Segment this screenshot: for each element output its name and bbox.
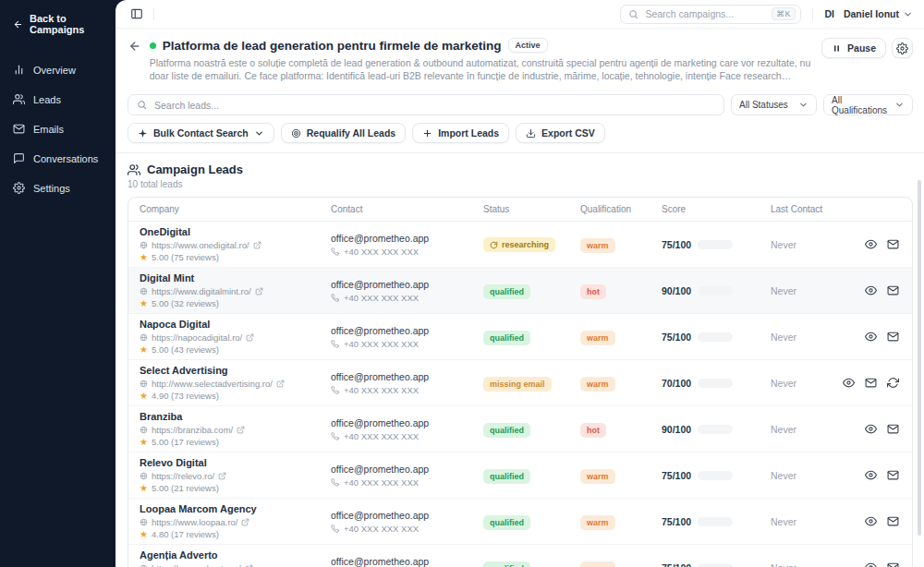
- company-rating: 5.00 (32 reviews): [152, 298, 219, 308]
- top-bar-right: ⌘K DI Daniel Ionut: [620, 5, 913, 24]
- table-row[interactable]: OneDigital https://www.onedigital.ro/ ★5…: [128, 222, 912, 268]
- sidebar-toggle-button[interactable]: [128, 5, 146, 23]
- view-lead-icon[interactable]: [865, 561, 877, 567]
- external-link-icon[interactable]: [237, 426, 245, 434]
- company-url[interactable]: https://www.digitalmint.ro/: [152, 286, 251, 296]
- table-row[interactable]: Branziba https://branziba.com/ ★5.00 (17…: [128, 406, 912, 452]
- contact-phone: +40 XXX XXX XXX: [344, 524, 419, 534]
- view-lead-icon[interactable]: [865, 284, 877, 296]
- phone-icon: [331, 294, 339, 302]
- phone-icon: [331, 432, 339, 440]
- star-icon: ★: [140, 392, 148, 401]
- external-link-icon[interactable]: [241, 518, 249, 526]
- users-icon: [128, 163, 140, 176]
- contact-phone: +40 XXX XXX XXX: [344, 477, 419, 488]
- score-bar: [698, 563, 733, 567]
- qualification-filter-value: All Qualifications: [832, 95, 887, 115]
- table-row[interactable]: Select Advertising http://www.selectadve…: [128, 360, 912, 406]
- qualification-filter-select[interactable]: All Qualifications: [823, 94, 913, 115]
- score-value: 70/100: [662, 378, 691, 389]
- email-lead-icon[interactable]: [865, 377, 877, 389]
- sidebar-item-leads[interactable]: Leads: [11, 89, 104, 110]
- sidebar-item-emails[interactable]: Emails: [11, 118, 104, 139]
- column-header-company: Company: [128, 204, 320, 214]
- external-link-icon[interactable]: [276, 380, 285, 388]
- company-url[interactable]: https://www.loopaa.ro/: [152, 517, 237, 527]
- table-row[interactable]: Digital Mint https://www.digitalmint.ro/…: [128, 268, 912, 314]
- email-lead-icon[interactable]: [887, 423, 899, 435]
- table-row[interactable]: Loopaa Marcom Agency https://www.loopaa.…: [128, 499, 912, 545]
- export-csv-button[interactable]: Export CSV: [516, 123, 605, 143]
- campaign-description: Platforma noastră este o soluție complet…: [150, 57, 821, 82]
- view-lead-icon[interactable]: [865, 331, 877, 343]
- view-lead-icon[interactable]: [865, 469, 877, 481]
- email-lead-icon[interactable]: [887, 515, 899, 527]
- external-link-icon[interactable]: [218, 472, 226, 480]
- view-lead-icon[interactable]: [843, 377, 855, 389]
- sidebar-item-overview[interactable]: Overview: [11, 59, 104, 80]
- sidebar-item-label: Conversations: [33, 153, 98, 164]
- status-filter-select[interactable]: All Statuses: [731, 94, 817, 115]
- sidebar-item-conversations[interactable]: Conversations: [11, 148, 104, 169]
- top-bar: ⌘K DI Daniel Ionut: [116, 0, 924, 29]
- vertical-scrollbar[interactable]: [918, 180, 921, 536]
- external-link-icon[interactable]: [255, 287, 263, 296]
- back-arrow-button[interactable]: [128, 40, 141, 53]
- bulk-contact-search-button[interactable]: Bulk Contact Search: [128, 123, 274, 143]
- company-rating: 5.00 (75 reviews): [152, 252, 219, 262]
- campaign-search[interactable]: ⌘K: [620, 5, 801, 24]
- column-header-status: Status: [472, 204, 569, 214]
- company-url[interactable]: https://relevo.ro/: [152, 471, 214, 481]
- company-url[interactable]: https://www.onedigital.ro/: [152, 240, 249, 250]
- external-link-icon[interactable]: [253, 241, 261, 249]
- sidebar-item-settings[interactable]: Settings: [11, 177, 104, 199]
- campaign-search-input[interactable]: [645, 8, 765, 19]
- view-lead-icon[interactable]: [865, 423, 877, 435]
- qualification-badge: warm: [580, 561, 615, 567]
- active-status-dot: [150, 42, 156, 49]
- user-menu[interactable]: Daniel Ionut: [844, 8, 913, 19]
- leads-search[interactable]: [128, 94, 724, 115]
- email-lead-icon[interactable]: [887, 331, 899, 343]
- score-value: 75/100: [662, 516, 691, 527]
- column-header-contact: Contact: [320, 204, 472, 214]
- view-lead-icon[interactable]: [865, 515, 877, 527]
- email-lead-icon[interactable]: [887, 469, 899, 481]
- table-row[interactable]: Relevo Digital https://relevo.ro/ ★5.00 …: [128, 452, 912, 499]
- leads-search-input[interactable]: [154, 100, 715, 111]
- company-url[interactable]: https://napocadigital.ro/: [152, 332, 242, 343]
- last-contact: Never: [760, 378, 843, 389]
- score-bar: [698, 286, 733, 296]
- bar-chart-icon: [13, 64, 25, 76]
- external-link-icon[interactable]: [246, 333, 254, 342]
- company-url[interactable]: https://branziba.com/: [152, 425, 233, 435]
- company-name: Branziba: [140, 411, 320, 423]
- import-leads-button[interactable]: Import Leads: [412, 123, 509, 143]
- company-rating: 5.00 (43 reviews): [152, 344, 219, 355]
- email-lead-icon[interactable]: [887, 284, 899, 296]
- pause-label: Pause: [847, 42, 876, 54]
- column-header-score: Score: [650, 204, 760, 214]
- campaign-settings-button[interactable]: [892, 38, 913, 58]
- table-row[interactable]: Agenția Adverto https://www.adverto.ro/ …: [128, 545, 912, 567]
- email-lead-icon[interactable]: [887, 238, 899, 250]
- gear-icon: [13, 182, 25, 194]
- pause-button[interactable]: Pause: [821, 38, 886, 58]
- requalify-all-leads-button[interactable]: Requalify All Leads: [281, 123, 406, 143]
- contact-email: office@prometheo.app: [331, 556, 472, 567]
- score-value: 90/100: [662, 285, 691, 296]
- company-url[interactable]: https://www.adverto.ro/: [152, 563, 241, 567]
- contact-email: office@prometheo.app: [331, 510, 472, 522]
- company-url[interactable]: http://www.selectadvertising.ro/: [152, 379, 273, 389]
- qualification-badge: warm: [580, 377, 615, 392]
- table-row[interactable]: Napoca Digital https://napocadigital.ro/…: [128, 314, 912, 360]
- last-contact: Never: [760, 239, 843, 250]
- refresh-lead-icon[interactable]: [887, 377, 899, 389]
- back-to-campaigns-link[interactable]: Back to Campaigns: [11, 9, 104, 39]
- email-lead-icon[interactable]: [887, 561, 899, 567]
- sidebar-nav: Overview Leads Emails Conversations Sett…: [11, 59, 104, 199]
- globe-icon: [140, 241, 148, 249]
- sidebar-item-label: Emails: [33, 124, 64, 135]
- view-lead-icon[interactable]: [865, 238, 877, 250]
- phone-icon: [331, 478, 339, 487]
